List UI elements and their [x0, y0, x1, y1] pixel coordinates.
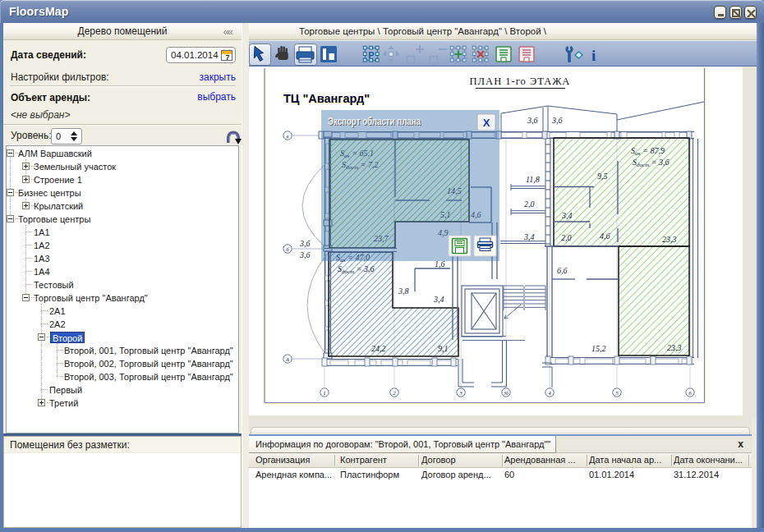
svg-text:4,6: 4,6: [600, 232, 610, 241]
svg-text:б: б: [286, 246, 289, 253]
svg-text:2,0: 2,0: [561, 233, 572, 242]
svg-text:ПЛАН 1-го ЭТАЖА: ПЛАН 1-го ЭТАЖА: [470, 76, 571, 87]
svg-text:i: i: [591, 47, 596, 64]
svg-text:3,4: 3,4: [523, 232, 535, 241]
svg-text:3,6: 3,6: [299, 239, 311, 248]
svg-text:3,6: 3,6: [527, 116, 538, 125]
svg-text:А: А: [285, 356, 290, 363]
svg-text:2: 2: [393, 390, 396, 397]
svg-text:ТЦ "Авангард": ТЦ "Авангард": [283, 92, 370, 105]
svg-text:4: 4: [548, 390, 551, 397]
svg-text:в: в: [286, 133, 288, 140]
svg-text:3,6: 3,6: [551, 116, 563, 125]
svg-text:7: 7: [226, 53, 230, 62]
svg-text:3,4: 3,4: [561, 211, 573, 220]
svg-text:11,8: 11,8: [526, 175, 540, 184]
svg-text:3,6: 3,6: [299, 250, 311, 259]
svg-text:23,3: 23,3: [662, 235, 677, 244]
svg-text:1: 1: [323, 390, 326, 397]
svg-text:2,0: 2,0: [524, 200, 535, 209]
svg-text:3б: 3б: [503, 391, 509, 396]
svg-text:5: 5: [615, 390, 619, 397]
svg-text:X: X: [483, 117, 490, 129]
svg-text:23,3: 23,3: [667, 343, 682, 352]
svg-text:3,8: 3,8: [398, 287, 409, 296]
svg-text:6: 6: [688, 390, 692, 397]
svg-text:9,5: 9,5: [597, 172, 608, 181]
svg-text:6,6: 6,6: [557, 266, 568, 275]
svg-text:P: P: [368, 50, 374, 60]
svg-text:9,1: 9,1: [438, 344, 449, 353]
svg-text:3,4: 3,4: [433, 295, 444, 304]
svg-text:Экспорт области плана: Экспорт области плана: [328, 116, 421, 127]
svg-text:24,2: 24,2: [371, 344, 386, 353]
svg-text:3: 3: [458, 390, 463, 397]
svg-text:15,2: 15,2: [591, 344, 606, 353]
